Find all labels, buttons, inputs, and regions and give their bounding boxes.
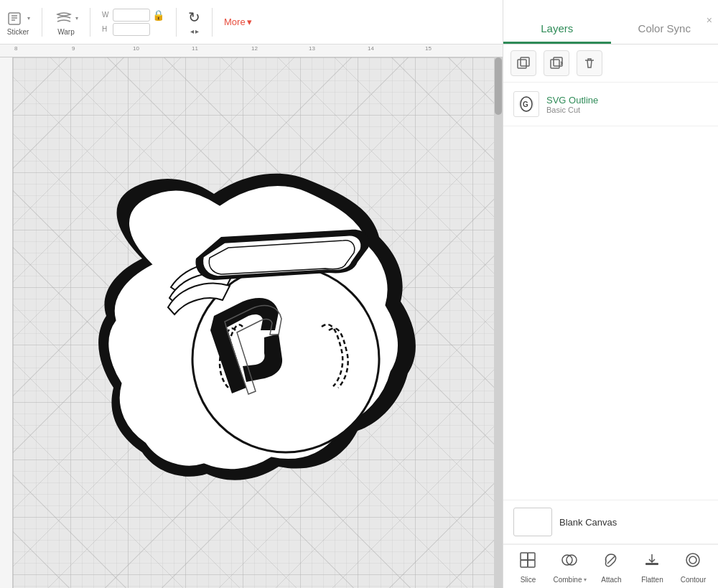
- combine-dropdown-arrow: ▾: [584, 577, 587, 583]
- separator3: [176, 8, 177, 37]
- svg-rect-17: [645, 563, 658, 565]
- panel-spacer: [503, 126, 718, 500]
- warp-tool[interactable]: ▾ Warp: [54, 8, 78, 36]
- rotate-right-btn[interactable]: ▸: [195, 27, 199, 35]
- slice-icon: [518, 551, 537, 574]
- contour-button[interactable]: Contour: [677, 551, 709, 584]
- svg-point-19: [689, 556, 696, 564]
- design-element[interactable]: [70, 144, 429, 503]
- layer-thumbnail: G: [513, 91, 539, 117]
- svg-rect-11: [521, 553, 528, 560]
- move-layer-button[interactable]: [544, 50, 569, 76]
- svg-rect-6: [521, 57, 529, 66]
- combine-icon: [560, 551, 579, 574]
- combine-button[interactable]: Combine ▾: [553, 551, 586, 584]
- slice-button[interactable]: Slice: [512, 551, 544, 584]
- separator: [42, 8, 42, 37]
- rotate-icon: ↻: [188, 9, 200, 26]
- attach-button[interactable]: Attach: [595, 551, 627, 584]
- svg-rect-14: [528, 560, 535, 567]
- duplicate-layer-button[interactable]: [510, 50, 536, 76]
- layer-type: Basic Cut: [546, 106, 708, 114]
- attach-icon: [602, 551, 620, 574]
- layer-info: SVG Outline Basic Cut: [546, 95, 708, 114]
- flatten-icon: [643, 551, 661, 574]
- svg-rect-12: [528, 553, 535, 560]
- tab-color-sync[interactable]: Color Sync: [611, 22, 719, 44]
- panel-toolbar: [503, 45, 718, 83]
- panel-close-btn[interactable]: ×: [707, 14, 712, 26]
- flatten-button[interactable]: Flatten: [636, 551, 668, 584]
- blank-canvas-item[interactable]: Blank Canvas: [503, 500, 718, 544]
- svg-rect-13: [521, 560, 528, 567]
- lock-icon[interactable]: 🔒: [152, 9, 164, 21]
- sticker-tool[interactable]: ▾ Sticker: [6, 8, 30, 36]
- warp-icon: [54, 8, 74, 28]
- rotate-left-btn[interactable]: ◂: [190, 27, 194, 35]
- height-input[interactable]: [113, 23, 150, 36]
- size-inputs: W 🔒 H: [102, 9, 164, 36]
- layer-item[interactable]: G SVG Outline Basic Cut: [503, 83, 718, 126]
- separator4: [212, 8, 213, 37]
- sticker-icon: [6, 8, 26, 28]
- svg-point-18: [686, 554, 699, 566]
- bottom-toolbar: Slice Combine ▾ Attach: [503, 544, 718, 588]
- blank-canvas-thumbnail: [513, 508, 552, 536]
- ruler-top: 8 9 10 11 12 13 14 15: [0, 45, 503, 57]
- panel-tabs: Layers Color Sync ×: [503, 0, 718, 45]
- blank-canvas-label: Blank Canvas: [559, 517, 617, 528]
- canvas-area[interactable]: [13, 57, 503, 588]
- svg-rect-7: [551, 60, 559, 68]
- ruler-left: [0, 57, 13, 588]
- more-button[interactable]: More ▾: [224, 17, 252, 27]
- svg-rect-0: [9, 13, 20, 24]
- delete-layer-button[interactable]: [577, 50, 602, 76]
- tab-layers[interactable]: Layers: [503, 22, 611, 44]
- layer-name: SVG Outline: [546, 95, 708, 106]
- main-toolbar: ▾ Sticker ▾ Warp W 🔒 H: [0, 0, 503, 45]
- rotate-tool[interactable]: ↻ ◂ ▸: [188, 9, 200, 35]
- contour-icon: [684, 551, 702, 574]
- right-panel: Layers Color Sync ×: [503, 0, 718, 588]
- svg-text:G: G: [523, 101, 528, 108]
- scrollbar[interactable]: [494, 57, 503, 588]
- separator2: [90, 8, 90, 37]
- scrollbar-thumb[interactable]: [495, 57, 502, 115]
- width-input[interactable]: [113, 9, 150, 22]
- svg-rect-5: [518, 60, 526, 68]
